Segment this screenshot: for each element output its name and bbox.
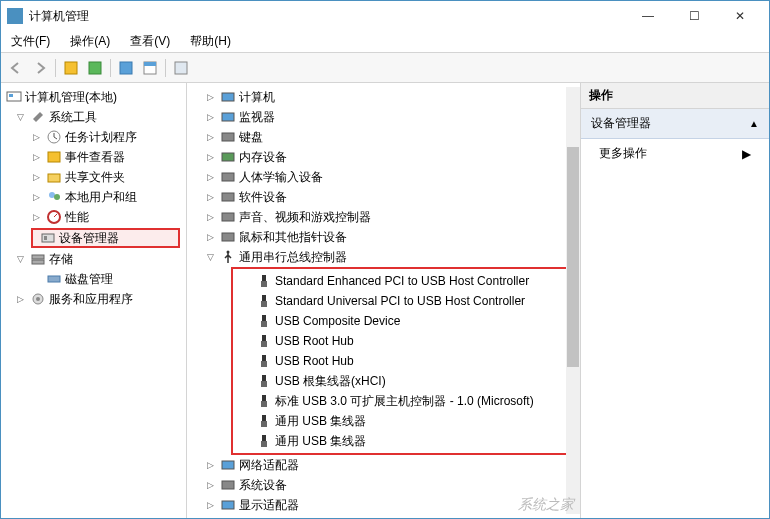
usb-connector-icon [256, 333, 272, 349]
tree-usb-child[interactable]: 通用 USB 集线器 [233, 411, 566, 431]
tree-system-tools[interactable]: ▽ 系统工具 [1, 107, 186, 127]
tree-mouse[interactable]: ▷鼠标和其他指针设备 [187, 227, 580, 247]
tree-audio[interactable]: ▷声音、视频和游戏控制器 [187, 207, 580, 227]
left-tree-pane[interactable]: 计算机管理(本地) ▽ 系统工具 ▷ 任务计划程序 ▷ 事件查看器 ▷ 共享文件… [1, 83, 187, 518]
tree-usb-child[interactable]: Standard Universal PCI to USB Host Contr… [233, 291, 566, 311]
hid-icon [220, 169, 236, 185]
svg-rect-26 [222, 193, 234, 201]
tool-view[interactable] [84, 57, 106, 79]
tree-label: 显示适配器 [239, 497, 299, 514]
expand-toggle[interactable]: ▷ [203, 90, 217, 104]
tree-usb-child[interactable]: USB Root Hub [233, 331, 566, 351]
svg-rect-35 [261, 321, 267, 327]
tree-usb-child[interactable]: USB Root Hub [233, 351, 566, 371]
tree-software[interactable]: ▷软件设备 [187, 187, 580, 207]
expand-toggle[interactable]: ▽ [13, 252, 27, 266]
menu-file[interactable]: 文件(F) [7, 31, 54, 52]
keyboard-icon [220, 129, 236, 145]
tool-refresh[interactable] [115, 57, 137, 79]
expand-toggle[interactable]: ▷ [203, 130, 217, 144]
tool-properties[interactable] [139, 57, 161, 79]
tree-usb-child[interactable]: Standard Enhanced PCI to USB Host Contro… [233, 271, 566, 291]
svg-rect-32 [262, 295, 266, 301]
svg-rect-48 [222, 461, 234, 469]
expand-toggle[interactable]: ▽ [203, 250, 217, 264]
tree-performance[interactable]: ▷ 性能 [1, 207, 186, 227]
actions-header: 操作 [581, 83, 769, 109]
tree-label: 通用 USB 集线器 [275, 413, 366, 430]
tree-label: USB Root Hub [275, 334, 354, 348]
tree-usb-child[interactable]: 通用 USB 集线器 [233, 431, 566, 451]
expand-toggle[interactable]: ▷ [29, 130, 43, 144]
expand-toggle[interactable]: ▷ [203, 498, 217, 512]
more-actions-label: 更多操作 [599, 145, 647, 162]
arrow-right-icon: ▶ [742, 147, 751, 161]
expand-toggle[interactable]: ▷ [203, 478, 217, 492]
tool-add[interactable] [60, 57, 82, 79]
actions-pane: 操作 设备管理器 ▲ 更多操作 ▶ [581, 83, 769, 518]
disk-icon [46, 271, 62, 287]
maximize-button[interactable]: ☐ [671, 2, 717, 30]
tree-local-users[interactable]: ▷ 本地用户和组 [1, 187, 186, 207]
tree-label: 磁盘管理 [65, 271, 113, 288]
expand-toggle[interactable]: ▷ [203, 110, 217, 124]
expand-toggle[interactable]: ▷ [203, 150, 217, 164]
tree-sysdev[interactable]: ▷系统设备 [187, 475, 580, 495]
menu-view[interactable]: 查看(V) [126, 31, 174, 52]
tree-device-manager[interactable]: 设备管理器 [31, 228, 180, 248]
svg-point-29 [227, 251, 230, 254]
tree-storage[interactable]: ▽ 存储 [1, 249, 186, 269]
expand-toggle[interactable]: ▷ [203, 458, 217, 472]
expand-toggle[interactable]: ▷ [13, 292, 27, 306]
forward-button[interactable] [29, 57, 51, 79]
expand-toggle[interactable]: ▷ [203, 170, 217, 184]
vertical-scrollbar[interactable] [566, 87, 580, 514]
svg-rect-47 [261, 441, 267, 447]
close-button[interactable]: ✕ [717, 2, 763, 30]
actions-section[interactable]: 设备管理器 ▲ [581, 109, 769, 139]
svg-rect-1 [89, 62, 101, 74]
expand-toggle[interactable]: ▽ [13, 110, 27, 124]
expand-toggle[interactable]: ▷ [29, 190, 43, 204]
tree-shared-folders[interactable]: ▷ 共享文件夹 [1, 167, 186, 187]
back-button[interactable] [5, 57, 27, 79]
menu-action[interactable]: 操作(A) [66, 31, 114, 52]
menu-help[interactable]: 帮助(H) [186, 31, 235, 52]
expand-toggle[interactable]: ▷ [29, 170, 43, 184]
svg-rect-7 [9, 94, 13, 97]
scroll-thumb[interactable] [567, 147, 579, 367]
tree-label: 存储 [49, 251, 73, 268]
minimize-button[interactable]: — [625, 2, 671, 30]
expand-toggle[interactable]: ▷ [29, 150, 43, 164]
tree-keyboard[interactable]: ▷键盘 [187, 127, 580, 147]
tree-root-computer-mgmt[interactable]: 计算机管理(本地) [1, 87, 186, 107]
tree-computer[interactable]: ▷计算机 [187, 87, 580, 107]
tree-memory[interactable]: ▷内存设备 [187, 147, 580, 167]
expand-toggle[interactable]: ▷ [203, 230, 217, 244]
computer-mgmt-icon [6, 89, 22, 105]
tree-usb-child[interactable]: 标准 USB 3.0 可扩展主机控制器 - 1.0 (Microsoft) [233, 391, 566, 411]
tree-usb-child[interactable]: USB 根集线器(xHCI) [233, 371, 566, 391]
expand-toggle[interactable]: ▷ [203, 190, 217, 204]
arrow-up-icon: ▲ [749, 118, 759, 129]
device-tree-pane[interactable]: ▷计算机▷监视器▷键盘▷内存设备▷人体学输入设备▷软件设备▷声音、视频和游戏控制… [187, 83, 581, 518]
tree-network[interactable]: ▷网络适配器 [187, 455, 580, 475]
expand-toggle[interactable]: ▷ [29, 210, 43, 224]
tree-monitor[interactable]: ▷监视器 [187, 107, 580, 127]
tree-event-viewer[interactable]: ▷ 事件查看器 [1, 147, 186, 167]
tree-label: 声音、视频和游戏控制器 [239, 209, 371, 226]
tree-usb-child[interactable]: USB Composite Device [233, 311, 566, 331]
tree-display[interactable]: ▷显示适配器 [187, 495, 580, 515]
expand-toggle[interactable]: ▷ [203, 210, 217, 224]
tree-hid[interactable]: ▷人体学输入设备 [187, 167, 580, 187]
svg-rect-18 [48, 276, 60, 282]
tree-task-scheduler[interactable]: ▷ 任务计划程序 [1, 127, 186, 147]
tree-label: 系统设备 [239, 477, 287, 494]
tree-disk-mgmt[interactable]: 磁盘管理 [1, 269, 186, 289]
more-actions[interactable]: 更多操作 ▶ [581, 139, 769, 168]
tree-services-apps[interactable]: ▷ 服务和应用程序 [1, 289, 186, 309]
tree-label: 人体学输入设备 [239, 169, 323, 186]
wrench-icon [30, 109, 46, 125]
tool-help[interactable] [170, 57, 192, 79]
tree-usb-controllers[interactable]: ▽ 通用串行总线控制器 [187, 247, 580, 267]
